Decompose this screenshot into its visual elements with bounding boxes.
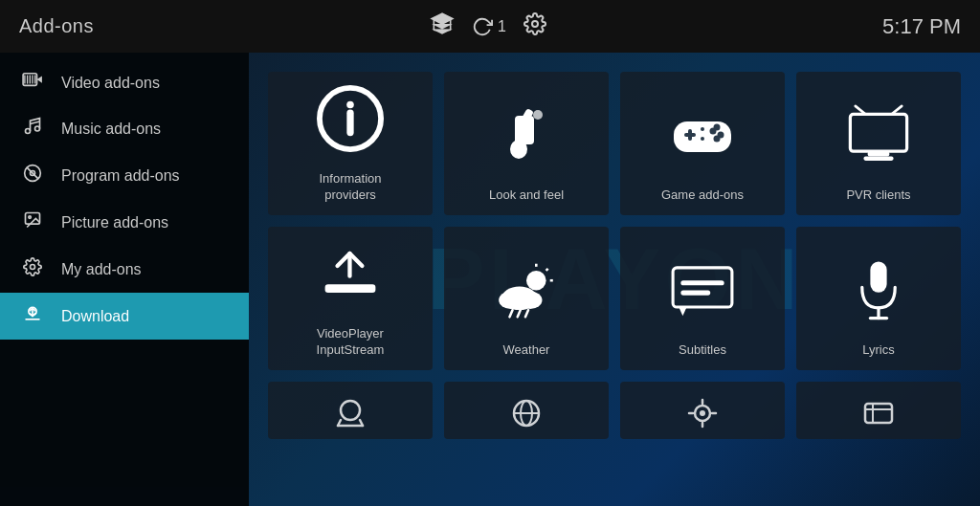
svg-point-37 <box>701 127 704 131</box>
my-addons-icon <box>19 257 46 281</box>
svg-rect-57 <box>680 280 724 285</box>
download-icon <box>19 304 46 328</box>
svg-line-17 <box>27 167 38 179</box>
grid-label-pvr: PVR clients <box>846 187 910 204</box>
sidebar-label-download: Download <box>61 308 129 325</box>
grid-label-game: Game add-ons <box>661 187 744 204</box>
sidebar-item-program[interactable]: Program add-ons <box>0 152 249 199</box>
sidebar-label-my: My add-ons <box>61 261 142 278</box>
grid-item-partial-2[interactable] <box>444 382 609 439</box>
grid-label-info: Informationproviders <box>319 171 381 204</box>
picture-icon <box>19 210 46 234</box>
svg-point-46 <box>526 271 546 291</box>
update-count: 1 <box>498 18 506 35</box>
svg-line-13 <box>31 121 40 124</box>
info-icon <box>317 85 384 162</box>
addon-grid-row2: VideoPlayerInputStream <box>268 227 961 370</box>
grid-item-partial-3[interactable] <box>620 382 785 439</box>
svg-marker-10 <box>37 77 42 83</box>
sidebar-label-music: Music add-ons <box>61 121 161 138</box>
sidebar-item-music[interactable]: Music add-ons <box>0 105 249 152</box>
svg-line-55 <box>525 310 528 317</box>
update-badge[interactable]: 1 <box>472 16 506 37</box>
page-title: Add-ons <box>19 15 94 37</box>
top-bar-left: Add-ons <box>19 15 94 37</box>
videoplayer-icon <box>317 240 384 317</box>
music-icon <box>19 117 46 141</box>
addon-grid-row1: Informationproviders Look and feel <box>268 72 961 215</box>
sidebar-item-video[interactable]: Video add-ons <box>0 60 249 105</box>
grid-item-look[interactable]: Look and feel <box>444 72 609 215</box>
svg-point-29 <box>533 110 543 120</box>
video-icon <box>19 72 46 94</box>
grid-item-partial-4[interactable] <box>796 382 961 439</box>
svg-line-48 <box>546 269 548 271</box>
svg-point-25 <box>346 101 354 109</box>
sidebar-label-picture: Picture add-ons <box>61 214 168 231</box>
svg-rect-56 <box>673 268 732 307</box>
grid-label-subtitles: Subtitles <box>679 342 726 359</box>
grid-item-subtitles[interactable]: Subtitles <box>620 227 785 370</box>
top-bar-icons: 1 <box>430 11 546 42</box>
svg-point-19 <box>29 216 31 219</box>
addons-icon[interactable] <box>430 11 455 42</box>
svg-point-62 <box>341 401 360 420</box>
svg-rect-75 <box>865 404 892 423</box>
svg-rect-59 <box>870 261 886 292</box>
game-icon <box>669 101 736 178</box>
sidebar-item-picture[interactable]: Picture add-ons <box>0 199 249 246</box>
grid-item-weather[interactable]: Weather <box>444 227 609 370</box>
top-bar: Add-ons 1 5:17 <box>0 0 980 53</box>
pvr-icon <box>845 101 912 178</box>
look-icon <box>493 101 560 178</box>
svg-point-35 <box>714 123 721 130</box>
grid-item-pvr[interactable]: PVR clients <box>796 72 961 215</box>
svg-rect-39 <box>850 114 906 151</box>
addon-grid-row3 <box>268 382 961 439</box>
settings-icon[interactable] <box>523 12 546 41</box>
svg-rect-58 <box>680 290 710 295</box>
subtitles-icon <box>669 256 736 333</box>
svg-point-20 <box>31 265 35 270</box>
svg-point-52 <box>519 291 543 309</box>
svg-line-53 <box>510 310 513 317</box>
grid-item-videoplayer[interactable]: VideoPlayerInputStream <box>268 227 433 370</box>
sidebar-item-download[interactable]: Download <box>0 293 249 340</box>
grid-item-info[interactable]: Informationproviders <box>268 72 433 215</box>
main-layout: Video add-ons Music add-ons <box>0 53 980 506</box>
svg-point-74 <box>700 410 705 416</box>
grid-item-game[interactable]: Game add-ons <box>620 72 785 215</box>
svg-point-3 <box>532 21 538 27</box>
grid-item-partial-1[interactable] <box>268 382 433 439</box>
grid-item-lyrics[interactable]: Lyrics <box>796 227 961 370</box>
grid-label-lyrics: Lyrics <box>862 342 894 359</box>
grid-label-look: Look and feel <box>489 187 564 204</box>
svg-rect-42 <box>868 151 890 156</box>
sidebar: Video add-ons Music add-ons <box>0 53 249 506</box>
lyrics-icon <box>845 256 912 333</box>
program-icon <box>19 164 46 187</box>
grid-label-weather: Weather <box>503 342 550 359</box>
svg-point-36 <box>714 135 721 142</box>
svg-rect-44 <box>325 284 376 293</box>
sidebar-label-program: Program add-ons <box>61 167 180 185</box>
svg-line-54 <box>518 310 521 317</box>
sidebar-item-my[interactable]: My add-ons <box>0 246 249 293</box>
svg-point-38 <box>701 137 704 141</box>
grid-label-videoplayer: VideoPlayerInputStream <box>317 326 385 359</box>
sidebar-label-video: Video add-ons <box>61 75 160 92</box>
svg-rect-32 <box>688 129 692 141</box>
svg-rect-43 <box>863 157 893 161</box>
clock: 5:17 PM <box>882 14 961 39</box>
content-area: PLAYON Informationproviders <box>249 53 980 506</box>
weather-icon <box>493 256 560 333</box>
